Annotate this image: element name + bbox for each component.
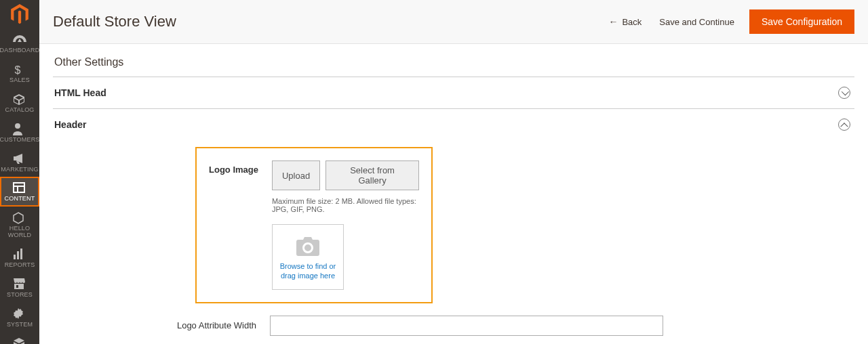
nav-marketing[interactable]: MARKETING bbox=[0, 148, 39, 177]
accordion-html-head[interactable]: HTML Head bbox=[53, 77, 854, 108]
image-dropzone[interactable]: Browse to find or drag image here bbox=[272, 224, 344, 290]
logo-image-label: Logo Image bbox=[209, 160, 258, 175]
logo-width-label: Logo Attribute Width bbox=[53, 320, 256, 330]
svg-text:$: $ bbox=[15, 64, 21, 76]
nav-hello-world[interactable]: HELLO WORLD bbox=[0, 207, 39, 243]
accordion-label: Header bbox=[54, 119, 86, 130]
accordion-header[interactable]: Header bbox=[53, 108, 854, 140]
nav-label: DASHBOARD bbox=[0, 47, 39, 54]
back-label: Back bbox=[622, 17, 642, 27]
nav-stores[interactable]: STORES bbox=[0, 273, 39, 303]
hexagon-icon bbox=[13, 212, 26, 224]
layout-icon bbox=[13, 182, 26, 194]
nav-extra[interactable] bbox=[0, 332, 39, 344]
expand-icon bbox=[838, 87, 850, 99]
nav-label: SALES bbox=[9, 77, 30, 84]
header-section-body: Logo Image Upload Select from Gallery Ma… bbox=[53, 140, 854, 344]
chevron-up-icon bbox=[840, 123, 848, 130]
top-bar: Default Store View ← Back Save and Conti… bbox=[39, 0, 868, 44]
row-logo-width: Logo Attribute Width bbox=[53, 316, 854, 336]
store-icon bbox=[13, 278, 26, 291]
main-content: Default Store View ← Back Save and Conti… bbox=[39, 0, 868, 344]
file-hint-text: Maximum file size: 2 MB. Allowed file ty… bbox=[272, 197, 419, 213]
box-icon bbox=[13, 93, 26, 106]
bars-icon bbox=[13, 249, 26, 261]
save-continue-button[interactable]: Save and Continue bbox=[656, 12, 737, 33]
nav-label: REPORTS bbox=[5, 262, 35, 269]
nav-customers[interactable]: CUSTOMERS bbox=[0, 118, 39, 148]
page-title: Default Store View bbox=[53, 13, 176, 30]
nav-label: CUSTOMERS bbox=[0, 137, 40, 144]
save-continue-label: Save and Continue bbox=[659, 17, 734, 27]
nav-label: MARKETING bbox=[1, 167, 38, 173]
topbar-actions: ← Back Save and Continue Save Configurat… bbox=[606, 9, 854, 34]
nav-system[interactable]: SYSTEM bbox=[0, 303, 39, 332]
select-from-gallery-button[interactable]: Select from Gallery bbox=[326, 160, 419, 190]
person-icon bbox=[13, 123, 26, 135]
nav-label: CONTENT bbox=[5, 196, 35, 202]
dollar-icon: $ bbox=[13, 64, 26, 76]
logo-width-input[interactable] bbox=[270, 316, 663, 336]
logo-image-highlight: Logo Image Upload Select from Gallery Ma… bbox=[195, 147, 433, 303]
save-configuration-button[interactable]: Save Configuration bbox=[749, 9, 854, 34]
arrow-left-icon: ← bbox=[608, 16, 618, 27]
upload-button[interactable]: Upload bbox=[272, 160, 320, 190]
magento-logo[interactable] bbox=[5, 4, 35, 24]
admin-sidebar: DASHBOARD $ SALES CATALOG CUSTOMERS MARK… bbox=[0, 0, 39, 344]
megaphone-icon bbox=[13, 153, 26, 165]
back-button[interactable]: ← Back bbox=[606, 11, 644, 33]
other-settings-heading: Other Settings bbox=[54, 56, 854, 68]
content-body: Other Settings HTML Head Header Logo Ima… bbox=[39, 44, 868, 344]
cube-icon bbox=[13, 338, 26, 344]
accordion-label: HTML Head bbox=[54, 87, 106, 98]
nav-reports[interactable]: REPORTS bbox=[0, 243, 39, 273]
nav-label: SYSTEM bbox=[7, 322, 33, 328]
collapse-icon bbox=[838, 119, 850, 131]
gear-icon bbox=[13, 308, 26, 320]
dropzone-text: Browse to find or drag image here bbox=[277, 261, 339, 281]
gauge-icon bbox=[13, 34, 26, 46]
nav-label: STORES bbox=[7, 292, 33, 299]
nav-label: CATALOG bbox=[5, 107, 34, 114]
nav-label: HELLO WORLD bbox=[0, 225, 39, 239]
nav-content[interactable]: CONTENT bbox=[0, 177, 39, 207]
nav-catalog[interactable]: CATALOG bbox=[0, 88, 39, 118]
camera-icon bbox=[277, 237, 339, 256]
nav-sales[interactable]: $ SALES bbox=[0, 58, 39, 88]
chevron-down-icon bbox=[842, 88, 849, 95]
nav-dashboard[interactable]: DASHBOARD bbox=[0, 28, 39, 58]
